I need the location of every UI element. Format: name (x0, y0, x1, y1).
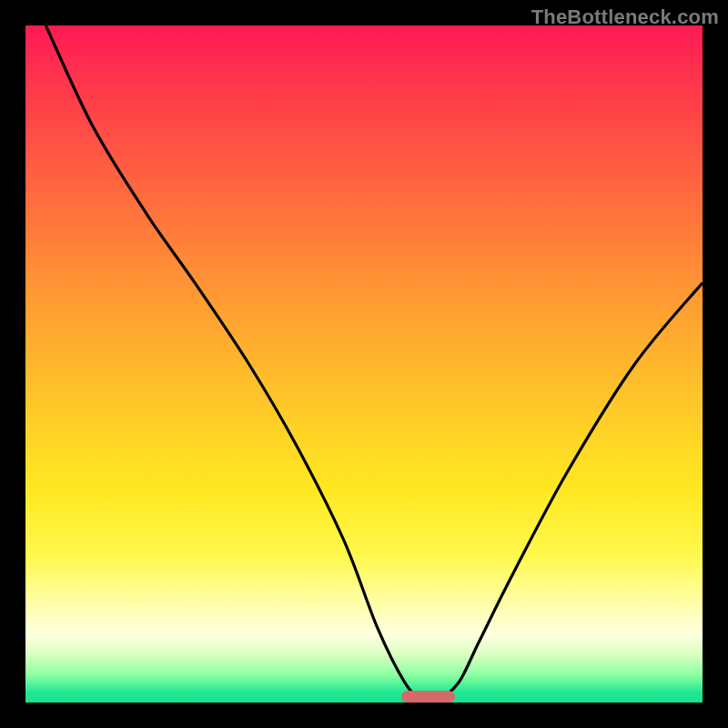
plot-area (25, 25, 703, 703)
optimal-range-marker (401, 691, 456, 703)
bottleneck-curve (25, 25, 703, 703)
chart-frame: TheBottleneck.com (0, 0, 728, 728)
curve-path (46, 25, 703, 702)
